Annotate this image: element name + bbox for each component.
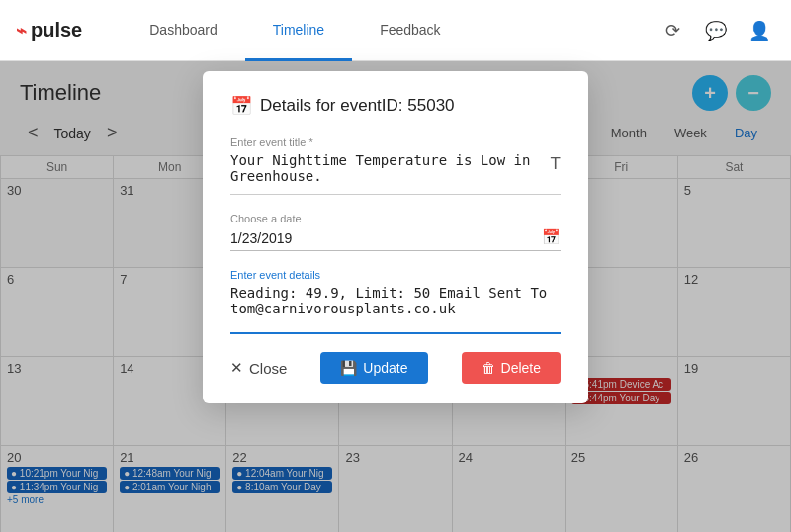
- save-icon: 💾: [340, 360, 357, 376]
- close-x-icon: ✕: [230, 359, 243, 377]
- update-button[interactable]: 💾 Update: [320, 352, 427, 384]
- nav-tabs: Dashboard Timeline Feedback: [122, 0, 657, 60]
- event-title-label: Enter event title *: [230, 136, 561, 148]
- modal-actions: ✕ Close 💾 Update 🗑 Delete: [230, 352, 561, 384]
- event-details-label: Enter event details: [230, 269, 561, 281]
- date-input-wrap: 📅: [230, 228, 561, 251]
- calendar-icon: 📅: [230, 95, 252, 117]
- date-field: Choose a date 📅: [230, 213, 561, 251]
- nav-tab-dashboard[interactable]: Dashboard: [122, 0, 245, 61]
- date-input[interactable]: [230, 230, 538, 246]
- nav-icons: ⟳ 💬 👤: [657, 15, 775, 46]
- event-detail-modal: 📅 Details for eventID: 55030 Enter event…: [203, 71, 588, 403]
- update-label: Update: [363, 360, 407, 376]
- date-label: Choose a date: [230, 213, 561, 224]
- event-details-input-wrap: [230, 285, 561, 334]
- chat-icon[interactable]: 💬: [700, 15, 732, 46]
- page-content: Timeline + − < Today > Month Week Day Su…: [0, 61, 791, 532]
- event-title-input-wrap: T: [230, 152, 561, 195]
- nav-tab-timeline[interactable]: Timeline: [245, 0, 352, 61]
- event-title-field: Enter event title * T: [230, 136, 561, 195]
- modal-title-text: Details for eventID: 55030: [260, 96, 455, 116]
- app-logo: ⌁ pulse: [16, 19, 82, 42]
- logo-icon: ⌁: [16, 20, 27, 42]
- delete-label: Delete: [501, 360, 541, 376]
- modal-overlay: 📅 Details for eventID: 55030 Enter event…: [0, 61, 791, 532]
- event-title-input[interactable]: [230, 152, 547, 190]
- nav-tab-feedback[interactable]: Feedback: [352, 0, 468, 61]
- event-details-input[interactable]: [230, 285, 561, 326]
- trash-icon: 🗑: [482, 360, 495, 376]
- close-label: Close: [249, 360, 287, 377]
- close-button[interactable]: ✕ Close: [230, 359, 287, 377]
- calendar-picker-icon[interactable]: 📅: [542, 228, 561, 246]
- refresh-icon[interactable]: ⟳: [657, 15, 688, 46]
- top-nav: ⌁ pulse Dashboard Timeline Feedback ⟳ 💬 …: [0, 0, 791, 61]
- logo-text: pulse: [31, 19, 82, 42]
- user-icon[interactable]: 👤: [744, 15, 775, 46]
- event-details-field: Enter event details: [230, 269, 561, 334]
- modal-title: 📅 Details for eventID: 55030: [230, 95, 561, 117]
- delete-button[interactable]: 🗑 Delete: [462, 352, 561, 384]
- text-format-icon: T: [551, 154, 561, 174]
